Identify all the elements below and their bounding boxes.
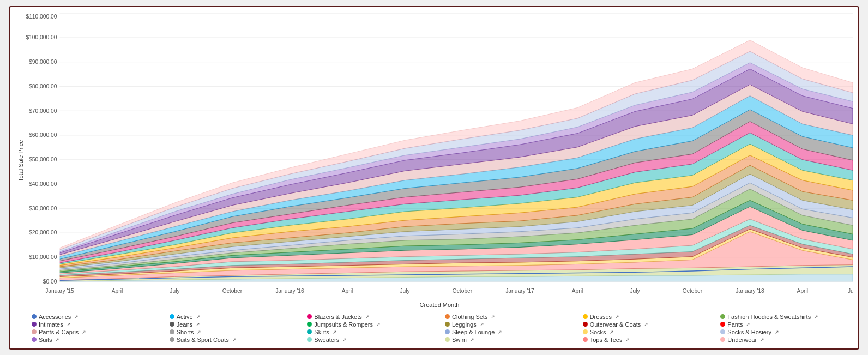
legend-label-socks: Socks: [590, 329, 606, 335]
legend-label-suits: Suits: [39, 336, 52, 343]
svg-text:January '16: January '16: [275, 287, 304, 294]
svg-text:$80,000.00: $80,000.00: [29, 82, 57, 89]
legend-item-outerwear: Outerwear & Coats ↗: [583, 321, 715, 328]
svg-text:$100,000.00: $100,000.00: [26, 33, 57, 40]
svg-text:April: April: [342, 287, 353, 294]
legend-dot-socks-hosiery: [720, 329, 725, 334]
legend-label-blazers: Blazers & Jackets: [314, 314, 361, 320]
svg-text:July: July: [630, 287, 640, 294]
legend-label-outerwear: Outerwear & Coats: [590, 321, 641, 328]
legend-item-socks-hosiery: Socks & Hosiery ↗: [720, 329, 853, 335]
legend-dot-jeans: [170, 322, 174, 327]
legend-item-intimates: Intimates ↗: [32, 321, 164, 328]
legend-label-clothing-sets: Clothing Sets: [452, 314, 487, 320]
svg-text:April: April: [572, 287, 583, 294]
legend-dot-sleep-lounge: [445, 329, 450, 334]
svg-text:$0.00: $0.00: [43, 278, 57, 285]
legend-label-sleep-lounge: Sleep & Lounge: [452, 329, 495, 335]
svg-text:April: April: [797, 287, 808, 294]
legend-area: Accessories ↗ Active ↗ Blazers & Jackets…: [15, 309, 853, 343]
svg-text:July: July: [170, 287, 180, 294]
legend-label-leggings: Leggings: [452, 321, 477, 328]
legend-dot-pants: [720, 322, 725, 327]
legend-label-sweaters: Sweaters: [314, 336, 339, 343]
legend-dot-jumpsuits: [307, 322, 312, 327]
svg-text:October: October: [683, 287, 703, 294]
legend-label-fashion-hoodies: Fashion Hoodies & Sweatshirts: [727, 314, 811, 320]
legend-item-jumpsuits: Jumpsuits & Rompers ↗: [307, 321, 439, 328]
legend-dot-pants-capris: [32, 329, 37, 334]
legend-item-blazers: Blazers & Jackets ↗: [307, 314, 439, 320]
legend-label-jumpsuits: Jumpsuits & Rompers: [314, 321, 373, 328]
svg-text:October: October: [453, 287, 473, 294]
legend-item-sweaters: Sweaters ↗: [307, 336, 439, 343]
legend-dot-tops-tees: [583, 337, 588, 342]
svg-text:January '15: January '15: [45, 287, 74, 294]
svg-text:April: April: [112, 287, 123, 294]
svg-text:January '17: January '17: [505, 287, 534, 294]
legend-label-jeans: Jeans: [177, 321, 192, 328]
legend-label-swim: Swim: [452, 336, 467, 343]
legend-label-active: Active: [177, 314, 193, 320]
svg-text:$50,000.00: $50,000.00: [29, 155, 57, 163]
legend-item-accessories: Accessories ↗: [32, 314, 164, 320]
legend-dot-suits: [32, 337, 37, 342]
legend-label-intimates: Intimates: [39, 321, 63, 328]
legend-dot-swim: [445, 337, 450, 342]
legend-dot-clothing-sets: [445, 314, 450, 319]
svg-text:January '18: January '18: [736, 287, 764, 294]
legend-label-skirts: Skirts: [314, 329, 329, 335]
chart-container: Total Sale Price: [9, 6, 859, 350]
legend-item-suits-sport-coats: Suits & Sport Coats ↗: [170, 336, 302, 343]
svg-text:$90,000.00: $90,000.00: [29, 58, 57, 65]
legend-dot-intimates: [32, 322, 37, 327]
legend-dot-skirts: [307, 329, 312, 334]
legend-dot-active: [170, 314, 174, 319]
svg-text:$60,000.00: $60,000.00: [29, 131, 57, 138]
svg-text:October: October: [222, 287, 243, 294]
legend-dot-leggings: [445, 322, 450, 327]
svg-text:July: July: [400, 287, 410, 294]
legend-dot-blazers: [307, 314, 312, 319]
svg-text:$70,000.00: $70,000.00: [29, 107, 57, 114]
legend-label-socks-hosiery: Socks & Hosiery: [727, 329, 771, 335]
legend-item-tops-tees: Tops & Tees ↗: [583, 336, 715, 343]
legend-label-suits-sport-coats: Suits & Sport Coats: [177, 336, 229, 343]
legend-label-dresses: Dresses: [590, 314, 612, 320]
legend-dot-underwear: [720, 337, 725, 342]
svg-text:$30,000.00: $30,000.00: [29, 204, 57, 212]
legend-item-skirts: Skirts ↗: [307, 329, 439, 335]
legend-dot-socks: [583, 329, 588, 334]
legend-item-pants-capris: Pants & Capris ↗: [32, 329, 164, 335]
legend-item-swim: Swim ↗: [445, 336, 577, 343]
y-axis-label: Total Sale Price: [15, 13, 26, 309]
chart-plot: $0.00 $10,000.00 $20,000.00 $30,000.00 $…: [26, 13, 853, 300]
legend-dot-suits-sport-coats: [170, 337, 174, 342]
legend-dot-shorts: [170, 329, 174, 334]
legend-label-pants-capris: Pants & Capris: [39, 329, 79, 335]
svg-text:$10,000.00: $10,000.00: [29, 253, 57, 260]
legend-label-shorts: Shorts: [177, 329, 194, 335]
legend-item-shorts: Shorts ↗: [170, 329, 302, 335]
x-axis-label: Created Month: [26, 300, 853, 309]
legend-dot-fashion-hoodies: [720, 314, 725, 319]
legend-dot-dresses: [583, 314, 588, 319]
legend-dot-sweaters: [307, 337, 312, 342]
legend-label-accessories: Accessories: [39, 314, 71, 320]
legend-item-leggings: Leggings ↗: [445, 321, 577, 328]
legend-label-underwear: Underwear: [727, 336, 757, 343]
svg-text:$40,000.00: $40,000.00: [29, 180, 57, 187]
legend-item-sleep-lounge: Sleep & Lounge ↗: [445, 329, 577, 335]
legend-item-active: Active ↗: [170, 314, 302, 320]
legend-item-underwear: Underwear ↗: [720, 336, 853, 343]
legend-dot-outerwear: [583, 322, 588, 327]
chart-area: Total Sale Price: [15, 13, 853, 309]
legend-label-tops-tees: Tops & Tees: [590, 336, 623, 343]
legend-item-jeans: Jeans ↗: [170, 321, 302, 328]
legend-item-suits: Suits ↗: [32, 336, 164, 343]
svg-text:$20,000.00: $20,000.00: [29, 228, 57, 236]
legend-item-pants: Pants ↗: [720, 321, 853, 328]
svg-text:$110,000.00: $110,000.00: [26, 13, 57, 20]
legend-item-clothing-sets: Clothing Sets ↗: [445, 314, 577, 320]
legend-dot-accessories: [32, 314, 37, 319]
